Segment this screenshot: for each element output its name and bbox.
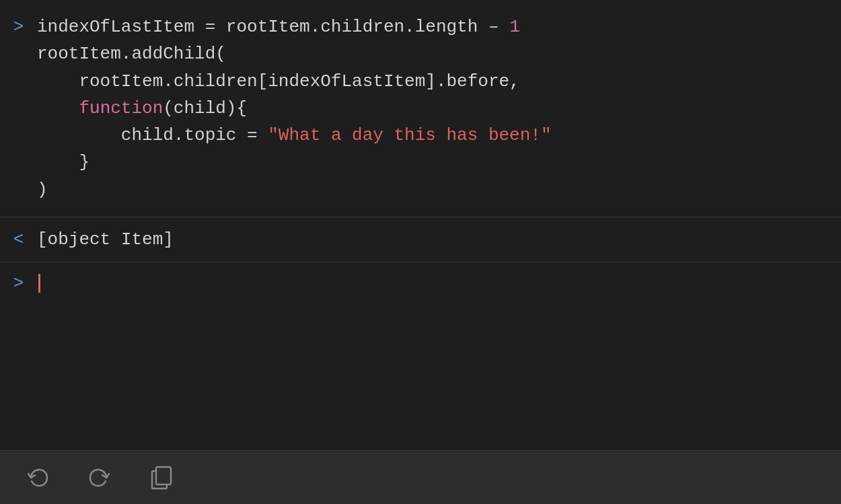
copy-button[interactable] bbox=[144, 460, 179, 495]
cursor bbox=[38, 274, 40, 293]
redo-icon bbox=[87, 466, 112, 490]
new-input-line: > bbox=[0, 273, 841, 293]
code-line-5: child.topic = "What a day this has been!… bbox=[0, 122, 841, 149]
code-line-1: > indexOfLastItem = rootItem.children.le… bbox=[0, 13, 841, 40]
code-line-7-content: ) bbox=[37, 176, 841, 203]
redo-button[interactable] bbox=[82, 460, 117, 495]
new-input-block[interactable]: > bbox=[0, 262, 841, 450]
svg-rect-1 bbox=[156, 467, 171, 484]
new-input-prompt: > bbox=[0, 273, 37, 293]
code-line-4-content: function(child){ bbox=[37, 95, 841, 122]
undo-button[interactable] bbox=[20, 460, 55, 495]
number-1: 1 bbox=[509, 17, 520, 37]
code-line-3-content: rootItem.children[indexOfLastItem].befor… bbox=[37, 68, 841, 95]
code-line-3: rootItem.children[indexOfLastItem].befor… bbox=[0, 68, 841, 95]
code-line-6: } bbox=[0, 149, 841, 176]
output-prompt: < bbox=[0, 229, 37, 250]
string-value: "What a day this has been!" bbox=[268, 125, 551, 145]
output-value: [object Item] bbox=[37, 229, 174, 250]
copy-icon bbox=[149, 466, 174, 490]
toolbar bbox=[0, 450, 841, 504]
output-block: < [object Item] bbox=[0, 217, 841, 262]
output-line: < [object Item] bbox=[0, 229, 841, 250]
code-line-1-content: indexOfLastItem = rootItem.children.leng… bbox=[37, 13, 841, 40]
console-area: > indexOfLastItem = rootItem.children.le… bbox=[0, 0, 841, 450]
code-line-5-content: child.topic = "What a day this has been!… bbox=[37, 122, 841, 149]
code-line-7: ) bbox=[0, 176, 841, 203]
input-prompt-1: > bbox=[0, 13, 37, 40]
code-line-2: rootItem.addChild( bbox=[0, 40, 841, 67]
code-line-2-content: rootItem.addChild( bbox=[37, 40, 841, 67]
keyword-function: function bbox=[79, 98, 163, 118]
code-line-6-content: } bbox=[37, 149, 841, 176]
code-input-block: > indexOfLastItem = rootItem.children.le… bbox=[0, 0, 841, 217]
undo-icon bbox=[26, 466, 50, 490]
code-line-4: function(child){ bbox=[0, 95, 841, 122]
